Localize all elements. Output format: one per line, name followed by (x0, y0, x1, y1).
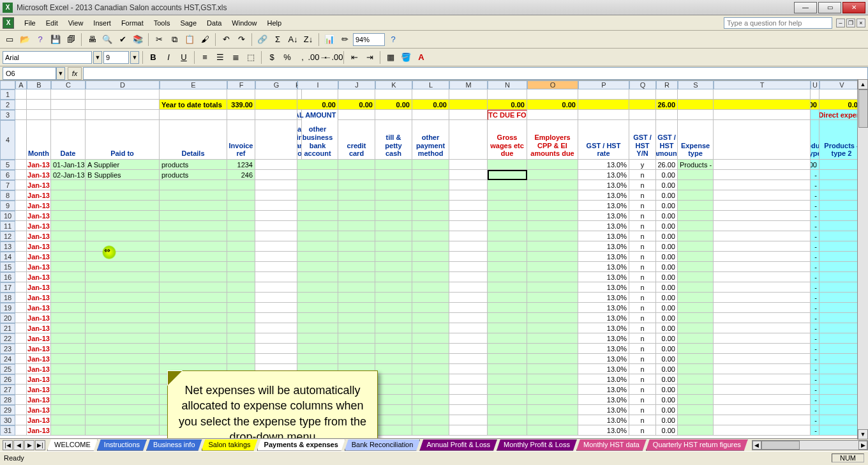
cell[interactable] (227, 221, 255, 231)
cell[interactable] (678, 385, 714, 395)
cell[interactable] (15, 252, 27, 262)
cell[interactable]: 0.00 (656, 293, 678, 303)
cell[interactable] (714, 313, 811, 323)
header-D[interactable]: Paid to (86, 120, 160, 160)
cell[interactable] (51, 221, 86, 231)
cell[interactable]: - (811, 395, 819, 405)
decrease-indent-icon[interactable]: ⇤ (347, 50, 361, 65)
cell[interactable] (15, 364, 27, 374)
cell[interactable] (412, 262, 449, 272)
cell[interactable] (527, 293, 578, 303)
horizontal-scrollbar[interactable]: ◀ ▶ (752, 440, 868, 450)
cell[interactable] (255, 100, 297, 110)
cell[interactable] (15, 100, 27, 110)
cell[interactable] (86, 100, 160, 110)
cell[interactable] (297, 293, 338, 303)
col-header-D[interactable]: D (86, 80, 160, 89)
cell[interactable] (375, 405, 412, 415)
cell[interactable] (714, 354, 811, 364)
cell[interactable] (255, 333, 297, 344)
cell[interactable] (255, 303, 297, 313)
cell[interactable] (449, 110, 488, 120)
cell[interactable] (714, 89, 811, 100)
cell[interactable] (412, 272, 449, 282)
menu-edit[interactable]: Edit (41, 18, 63, 28)
cell[interactable] (714, 221, 811, 231)
cell[interactable] (160, 89, 227, 100)
cell[interactable] (678, 89, 714, 100)
cell[interactable] (297, 333, 338, 344)
cell[interactable] (714, 160, 811, 170)
cell[interactable] (15, 170, 27, 180)
cell[interactable]: Jan-13 (27, 293, 51, 303)
cell[interactable] (86, 354, 160, 364)
cell[interactable] (714, 211, 811, 221)
cell[interactable] (15, 180, 27, 190)
cell[interactable]: 0.00 (656, 190, 678, 201)
cell[interactable] (678, 395, 714, 405)
cell[interactable]: - (811, 303, 819, 313)
cell[interactable] (86, 364, 160, 374)
cell[interactable] (449, 374, 488, 385)
sort-desc-icon[interactable]: Z↓ (301, 33, 315, 47)
cell[interactable]: 13.0% (578, 333, 629, 344)
format-painter-icon[interactable]: 🖌 (198, 33, 212, 47)
cell[interactable] (449, 395, 488, 405)
formula-input[interactable] (83, 67, 868, 80)
cell[interactable] (449, 405, 488, 415)
cell[interactable] (527, 241, 578, 252)
cell[interactable] (297, 313, 338, 323)
cell[interactable] (678, 415, 714, 425)
cell[interactable] (714, 293, 811, 303)
increase-indent-icon[interactable]: ⇥ (363, 50, 377, 65)
cell[interactable]: Jan-13 (27, 241, 51, 252)
cell[interactable] (527, 323, 578, 333)
cell[interactable] (629, 89, 656, 100)
cell[interactable] (527, 262, 578, 272)
app-icon[interactable]: X (3, 17, 14, 29)
menu-insert[interactable]: Insert (88, 18, 116, 28)
cell[interactable] (375, 323, 412, 333)
cell[interactable] (527, 395, 578, 405)
row-header-30[interactable]: 30 (0, 415, 15, 425)
cell[interactable] (412, 374, 449, 385)
cell[interactable] (488, 425, 527, 436)
cell[interactable] (338, 221, 375, 231)
doc-minimize-button[interactable]: – (836, 19, 845, 27)
header-A[interactable] (15, 120, 27, 160)
cell[interactable] (338, 180, 375, 190)
row-header-28[interactable]: 28 (0, 395, 15, 405)
cell[interactable] (449, 221, 488, 231)
col-header-O[interactable]: O (527, 80, 578, 89)
cell[interactable]: 13.0% (578, 272, 629, 282)
header-G[interactable] (255, 120, 297, 160)
cell[interactable] (656, 89, 678, 100)
cell[interactable] (375, 272, 412, 282)
sheet-tab-bank-reconciliation[interactable]: Bank Reconciliation (345, 439, 421, 451)
cell[interactable] (160, 110, 227, 120)
cell[interactable] (51, 231, 86, 241)
cell[interactable] (678, 170, 714, 180)
col-header-A[interactable]: A (15, 80, 27, 89)
cell[interactable]: - (811, 323, 819, 333)
cell[interactable] (412, 364, 449, 374)
cell[interactable] (449, 190, 488, 201)
cell[interactable] (449, 344, 488, 354)
cell[interactable] (412, 395, 449, 405)
cell[interactable] (714, 415, 811, 425)
cell[interactable] (412, 110, 449, 120)
cell[interactable] (338, 89, 375, 100)
cell[interactable] (51, 293, 86, 303)
row-header-9[interactable]: 9 (0, 201, 15, 211)
cell[interactable]: Jan-13 (27, 303, 51, 313)
redo-icon[interactable]: ↷ (234, 33, 248, 47)
menu-help[interactable]: Help (262, 18, 287, 28)
cell[interactable] (86, 374, 160, 385)
cell[interactable]: Jan-13 (27, 201, 51, 211)
research-icon[interactable]: 📚 (131, 33, 145, 47)
cell[interactable]: n (629, 323, 656, 333)
cell[interactable] (412, 211, 449, 221)
cell[interactable] (714, 180, 811, 190)
cell[interactable] (160, 211, 227, 221)
cell[interactable] (714, 303, 811, 313)
